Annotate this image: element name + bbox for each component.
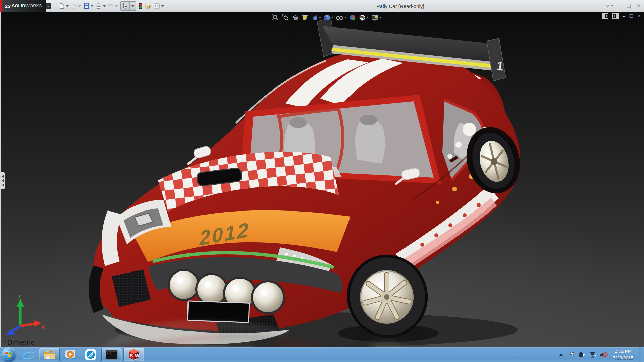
view-settings-icon (371, 14, 379, 21)
show-hidden-icons-button[interactable] (559, 354, 563, 356)
close-button[interactable]: ✕ (636, 3, 641, 9)
dropdown-caret-icon[interactable] (131, 5, 134, 7)
dropdown-caret-icon[interactable] (78, 5, 81, 7)
options-button[interactable] (152, 1, 165, 11)
command-prompt-icon: C:\_ (106, 350, 118, 360)
featuremanager-collapse-tab[interactable] (1, 172, 5, 189)
view-orientation-icon (323, 14, 331, 21)
chevron-left-icon (2, 179, 4, 182)
tray-clock[interactable]: 2:02 PM 7/28/2015 (613, 348, 633, 361)
solidworks-icon: S W 2015 (127, 348, 140, 361)
doc-restore-button[interactable]: ❐ (629, 13, 634, 19)
save-button[interactable] (82, 1, 94, 11)
expand-panel-right-icon[interactable] (612, 13, 619, 19)
print-icon (95, 3, 102, 9)
edit-appearance-icon (349, 14, 356, 21)
help-dropdown-caret-icon[interactable] (611, 5, 613, 7)
sw-year-badge: 2015 (133, 358, 140, 361)
dropdown-caret-icon[interactable] (367, 17, 369, 18)
dropdown-caret-icon[interactable] (344, 17, 346, 18)
show-desktop-button[interactable] (639, 347, 643, 362)
dropdown-caret-icon[interactable] (161, 5, 164, 7)
apply-scene-icon (359, 14, 366, 21)
chevron-left-icon (2, 175, 4, 178)
new-document-icon (59, 3, 65, 9)
dropdown-caret-icon[interactable] (115, 5, 118, 7)
section-view-button[interactable] (301, 13, 309, 22)
collapse-panel-left-icon[interactable] (602, 13, 608, 19)
previous-view-icon (291, 14, 299, 21)
annotation-views-button[interactable] (310, 13, 322, 22)
3d-viewport-canvas[interactable]: 2012 (1, 12, 644, 347)
options-icon (153, 3, 160, 9)
apply-scene-button[interactable] (358, 13, 369, 22)
minimize-button[interactable]: – (619, 3, 621, 9)
triad-y-label: Y (18, 294, 21, 299)
dropdown-caret-icon[interactable] (331, 17, 333, 18)
taskbar-item-command-prompt[interactable]: C:\_ (101, 348, 122, 361)
doc-close-button[interactable]: ✕ (637, 13, 641, 19)
file-properties-button[interactable] (144, 1, 152, 11)
taskbar-item-solidworks[interactable]: S W 2015 (123, 348, 144, 361)
title-bar: ЗS SOLIDWORKS ▸ (0, 0, 644, 12)
start-button[interactable] (1, 347, 16, 362)
open-button[interactable] (70, 1, 82, 11)
display-style-button[interactable] (335, 13, 347, 22)
dropdown-caret-icon[interactable] (319, 17, 321, 18)
restore-button[interactable]: ❐ (627, 3, 631, 9)
solidworks-logo: ЗS SOLIDWORKS ▸ (2, 0, 46, 12)
zoom-to-area-icon (282, 14, 289, 21)
taskbar-item-internet-explorer[interactable]: e (19, 348, 38, 361)
save-icon (83, 3, 89, 9)
share-app-icon (85, 349, 96, 360)
view-settings-button[interactable] (370, 13, 382, 22)
zoom-to-area-button[interactable] (281, 13, 290, 22)
taskbar-item-media-player[interactable] (61, 348, 80, 361)
zoom-to-fit-button[interactable] (271, 13, 280, 22)
section-view-icon (301, 14, 309, 21)
sw-letter-s: S (130, 353, 133, 358)
display-style-icon (336, 14, 344, 21)
chevron-left-icon (2, 184, 4, 186)
edit-appearance-button[interactable] (348, 13, 357, 22)
power-plug-icon[interactable] (578, 351, 586, 358)
3ds-logo-glyph: ЗS (4, 3, 10, 9)
taskbar-item-file-explorer[interactable] (39, 348, 60, 361)
open-icon (71, 3, 77, 9)
command-prompt-label: C:\_ (107, 352, 113, 355)
dropdown-caret-icon[interactable] (103, 5, 106, 7)
select-tool-group (120, 1, 136, 11)
brand-name-bold: SOLID (12, 4, 25, 8)
taskbar: e (0, 347, 644, 362)
view-orientation-label: *Dimetric (4, 338, 35, 346)
new-document-button[interactable] (58, 1, 70, 11)
dropdown-caret-icon[interactable] (380, 17, 382, 18)
standard-toolbar (58, 0, 165, 12)
undo-button[interactable] (107, 1, 119, 11)
print-button[interactable] (94, 1, 107, 11)
dropdown-caret-icon[interactable] (91, 5, 93, 7)
internet-explorer-icon: e (22, 349, 34, 360)
file-properties-icon (145, 3, 151, 9)
doc-minimize-button[interactable]: – (623, 13, 625, 19)
dropdown-caret-icon[interactable] (66, 5, 69, 7)
zoom-to-fit-icon (272, 14, 279, 21)
system-tray: 2:02 PM 7/28/2015 (559, 347, 644, 362)
volume-muted-icon[interactable] (600, 351, 608, 358)
select-dropdown-button[interactable] (129, 2, 136, 10)
taskbar-item-share-app[interactable] (81, 348, 100, 361)
windows-logo-icon (4, 351, 13, 359)
undo-icon (108, 3, 114, 9)
previous-view-button[interactable] (291, 13, 300, 22)
media-player-icon (65, 349, 76, 360)
action-center-flag-icon[interactable] (568, 351, 575, 358)
network-icon[interactable] (589, 351, 596, 358)
view-orientation-button[interactable] (323, 13, 334, 22)
help-button[interactable]: ? (606, 3, 609, 9)
select-cursor-icon (122, 3, 128, 9)
menu-expand-arrow-icon[interactable]: ▸ (46, 3, 51, 9)
graphics-area[interactable]: 2012 (0, 12, 644, 347)
select-button[interactable] (121, 2, 129, 10)
reference-triad[interactable]: Y X (1, 294, 48, 338)
rebuild-button[interactable] (138, 1, 144, 11)
